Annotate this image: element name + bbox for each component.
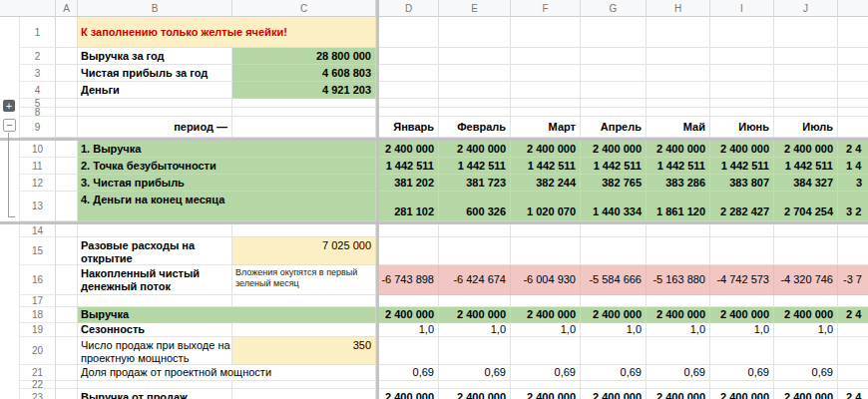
cell[interactable] bbox=[78, 381, 232, 389]
value-cell[interactable]: 2 400 000 bbox=[511, 141, 581, 158]
cell[interactable] bbox=[439, 48, 511, 65]
money-value[interactable]: 4 921 203 bbox=[232, 82, 376, 99]
value-cell[interactable]: 2 400 000 bbox=[710, 307, 774, 323]
cell[interactable] bbox=[511, 381, 581, 389]
seasonality-label[interactable]: Сезонность bbox=[78, 323, 232, 337]
value-cell[interactable]: 383 286 bbox=[647, 175, 710, 192]
value-cell[interactable]: 1 442 511 bbox=[581, 158, 647, 175]
col-header-J[interactable]: J bbox=[774, 0, 838, 17]
value-cell[interactable]: 381 723 bbox=[439, 175, 511, 192]
cell[interactable] bbox=[56, 224, 78, 237]
value-cell[interactable]: 2 400 000 bbox=[379, 141, 439, 158]
value-cell[interactable]: 1 442 511 bbox=[774, 158, 838, 175]
cell[interactable] bbox=[78, 108, 232, 117]
value-cell[interactable]: 1,0 bbox=[774, 323, 838, 337]
value-cell[interactable]: 2 400 000 bbox=[647, 141, 710, 158]
value-cell[interactable]: -4 742 573 bbox=[710, 265, 774, 295]
money-label[interactable]: Деньги bbox=[78, 82, 232, 99]
cell[interactable] bbox=[511, 17, 581, 48]
value-cell[interactable]: 0,69 bbox=[710, 365, 774, 381]
cell[interactable] bbox=[439, 381, 511, 389]
value-cell[interactable]: -6 424 674 bbox=[439, 265, 511, 295]
col-header-A[interactable]: A bbox=[56, 0, 78, 17]
kpi-cash-label[interactable]: 4. Деньги на конец месяца bbox=[78, 192, 232, 221]
value-cell[interactable]: 0,69 bbox=[439, 365, 511, 381]
cell[interactable] bbox=[439, 237, 511, 265]
cell[interactable] bbox=[439, 295, 511, 307]
sales-capacity-label[interactable]: Число продаж при выходе на проектную мощ… bbox=[78, 337, 232, 365]
cell[interactable] bbox=[379, 99, 439, 108]
cell[interactable] bbox=[581, 82, 647, 99]
cell[interactable] bbox=[710, 108, 774, 117]
sales-capacity-value[interactable]: 350 bbox=[232, 337, 376, 365]
kpi-netprofit-label[interactable]: 3. Чистая прибыль bbox=[78, 175, 232, 192]
value-cell[interactable]: 600 326 bbox=[439, 192, 511, 221]
value-cell[interactable]: 0,69 bbox=[647, 365, 710, 381]
value-cell[interactable]: 2 400 000 bbox=[581, 389, 647, 399]
value-cell[interactable]: 1 020 070 bbox=[511, 192, 581, 221]
value-cell[interactable]: 382 244 bbox=[511, 175, 581, 192]
cell[interactable] bbox=[56, 192, 78, 221]
cell[interactable] bbox=[511, 65, 581, 82]
cell[interactable] bbox=[710, 224, 774, 237]
cell[interactable] bbox=[774, 237, 838, 265]
cell[interactable] bbox=[78, 224, 232, 237]
cell[interactable] bbox=[232, 117, 376, 138]
value-cell[interactable]: 2 400 000 bbox=[710, 389, 774, 399]
cell[interactable] bbox=[581, 99, 647, 108]
share-capacity-label[interactable]: Доля продаж от проектной мощности bbox=[78, 365, 232, 381]
cell[interactable] bbox=[647, 108, 710, 117]
cell[interactable] bbox=[838, 337, 868, 365]
cell[interactable] bbox=[439, 65, 511, 82]
value-cell[interactable]: -4 320 746 bbox=[774, 265, 838, 295]
cell[interactable] bbox=[379, 237, 439, 265]
cell[interactable] bbox=[581, 65, 647, 82]
cell[interactable] bbox=[232, 224, 376, 237]
cell[interactable] bbox=[56, 307, 78, 323]
cell[interactable] bbox=[56, 265, 78, 295]
value-cell[interactable]: -5 584 666 bbox=[581, 265, 647, 295]
month-header[interactable]: Февраль bbox=[439, 117, 511, 138]
cell[interactable] bbox=[56, 17, 78, 48]
row-number[interactable]: 8 bbox=[20, 108, 56, 117]
cell[interactable] bbox=[647, 337, 710, 365]
value-cell-partial[interactable]: -3 7 bbox=[838, 265, 868, 295]
cell[interactable] bbox=[232, 108, 376, 117]
cell[interactable] bbox=[232, 307, 376, 323]
cell[interactable] bbox=[710, 295, 774, 307]
cell[interactable] bbox=[511, 337, 581, 365]
netprofit-year-label[interactable]: Чистая прибыль за год bbox=[78, 65, 232, 82]
cell[interactable] bbox=[56, 389, 78, 399]
value-cell[interactable]: -6 743 898 bbox=[379, 265, 439, 295]
value-cell[interactable]: 0,69 bbox=[581, 365, 647, 381]
row-number[interactable]: 11 bbox=[20, 158, 56, 175]
revenue-year-label[interactable]: Выручка за год bbox=[78, 48, 232, 65]
cell[interactable] bbox=[774, 17, 838, 48]
cell[interactable] bbox=[379, 108, 439, 117]
cell[interactable] bbox=[511, 99, 581, 108]
cell[interactable] bbox=[710, 337, 774, 365]
row-number[interactable]: 17 bbox=[20, 295, 56, 307]
value-cell[interactable]: 0,69 bbox=[774, 365, 838, 381]
cell[interactable] bbox=[379, 48, 439, 65]
row-number[interactable]: 4 bbox=[20, 82, 56, 99]
value-cell[interactable]: 2 400 000 bbox=[379, 389, 439, 399]
value-cell[interactable]: 2 400 000 bbox=[581, 141, 647, 158]
kpi-breakeven-label[interactable]: 2. Точка безубыточности bbox=[78, 158, 232, 175]
value-cell-partial[interactable]: 1 4 bbox=[838, 158, 868, 175]
value-cell-partial[interactable]: 3 2 bbox=[838, 192, 868, 221]
value-cell[interactable]: 1,0 bbox=[379, 323, 439, 337]
row-number[interactable]: 14 bbox=[20, 224, 56, 237]
sales-revenue-label[interactable]: Выручка от продаж bbox=[78, 389, 232, 399]
value-cell[interactable]: 2 400 000 bbox=[647, 307, 710, 323]
cell[interactable] bbox=[581, 48, 647, 65]
cell[interactable] bbox=[581, 381, 647, 389]
row-number[interactable]: 9 bbox=[20, 117, 56, 138]
row-number[interactable]: 19 bbox=[20, 323, 56, 337]
cell[interactable] bbox=[774, 82, 838, 99]
value-cell[interactable]: 0,69 bbox=[511, 365, 581, 381]
cell[interactable] bbox=[838, 65, 868, 82]
cell[interactable] bbox=[56, 337, 78, 365]
col-header-I[interactable]: I bbox=[710, 0, 774, 17]
value-cell[interactable]: 1,0 bbox=[710, 323, 774, 337]
